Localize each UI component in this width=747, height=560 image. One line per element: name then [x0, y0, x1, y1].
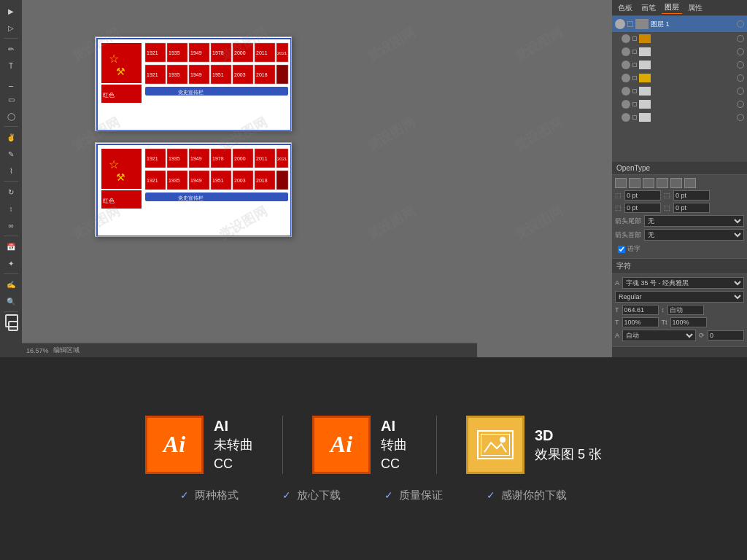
font-style-row: Regular: [615, 291, 744, 303]
svg-text:1921: 1921: [147, 72, 158, 77]
offset-input-3[interactable]: [624, 203, 661, 213]
align-btn-3[interactable]: [643, 178, 654, 188]
offset-input-4[interactable]: [673, 203, 710, 213]
layer-target-5[interactable]: [737, 88, 744, 95]
svg-text:1935: 1935: [169, 72, 180, 77]
document-preview-1[interactable]: ☆ ⚒ 红色 1921 1935 1949 1978 2000: [95, 36, 292, 131]
svg-text:1951: 1951: [212, 178, 224, 183]
align-btn-2[interactable]: [629, 178, 640, 188]
svg-text:2018: 2018: [256, 72, 268, 77]
layer-eye-5[interactable]: [622, 87, 630, 96]
font-kerning-input[interactable]: [670, 317, 707, 327]
arrow-head-select[interactable]: 无: [644, 215, 744, 227]
tab-swatches[interactable]: 色板: [615, 2, 635, 14]
layer-row-main[interactable]: 图层 1: [612, 16, 747, 32]
tool-direct-select[interactable]: ▷: [3, 20, 19, 36]
tool-rotate[interactable]: ↻: [3, 184, 19, 200]
offset-input-2[interactable]: [673, 190, 710, 201]
svg-text:党史宣传栏: 党史宣传栏: [178, 90, 204, 96]
tool-text[interactable]: T: [3, 58, 19, 74]
tool-pen[interactable]: ✏: [3, 41, 19, 57]
align-btn-5[interactable]: [670, 178, 682, 188]
tool-hand[interactable]: ✍: [3, 276, 19, 292]
offset-input-1[interactable]: [624, 190, 661, 201]
align-checkbox-row: 语字: [615, 243, 744, 255]
layer-eye-2[interactable]: [622, 47, 630, 56]
layer-visibility-icon[interactable]: [615, 19, 625, 29]
layer-arrow-7: [632, 115, 637, 120]
svg-text:☆: ☆: [109, 52, 119, 65]
tool-select[interactable]: ▶: [3, 3, 19, 19]
tool-eraser[interactable]: ⌇: [3, 163, 19, 179]
tool-magic-wand[interactable]: ✦: [3, 255, 19, 271]
layer-arrow-4: [632, 76, 637, 80]
layer-eye-1[interactable]: [622, 34, 630, 43]
tool-eyedropper[interactable]: 📅: [3, 238, 19, 254]
tool-zoom[interactable]: 🔍: [3, 293, 19, 309]
tab-brushes[interactable]: 画笔: [638, 2, 659, 14]
layer-thumb-2: [639, 47, 651, 56]
layer-arrow-1: [632, 36, 637, 41]
layer-target-icon[interactable]: [737, 20, 744, 28]
svg-text:2003: 2003: [234, 178, 246, 183]
font-leading-input[interactable]: [667, 305, 704, 315]
layer-eye-4[interactable]: [622, 74, 630, 82]
zoom-level: 16.57%: [26, 347, 49, 354]
font-name-select[interactable]: 字魂 35 号 - 经典雅黑: [622, 277, 744, 289]
font-style-select[interactable]: Regular: [615, 291, 744, 303]
layer-arrow-icon: [627, 21, 633, 27]
tool-color-stroke[interactable]: [8, 321, 18, 331]
svg-text:2018: 2018: [256, 178, 268, 183]
align-checkbox[interactable]: [618, 246, 625, 253]
font-rotate-input[interactable]: [708, 330, 744, 341]
align-btn-4[interactable]: [657, 178, 668, 188]
tool-rect[interactable]: ▭: [3, 91, 19, 107]
footer-item-4: ✓ 感谢你的下载: [487, 489, 567, 502]
ai-icon-1-text: Ai: [163, 431, 185, 458]
tab-attributes[interactable]: 属性: [685, 2, 705, 14]
font-baseline-select[interactable]: 自动: [622, 330, 696, 341]
watermark-text: 觉设图网: [304, 148, 476, 299]
svg-text:2021: 2021: [277, 51, 287, 55]
align-btn-1[interactable]: [615, 178, 627, 188]
tool-pencil[interactable]: ✎: [3, 146, 19, 162]
layer-target-3[interactable]: [737, 61, 744, 69]
layer-row-1[interactable]: [612, 32, 747, 45]
3d-label: 3D 效果图 5 张: [535, 425, 602, 464]
layer-row-3[interactable]: [612, 58, 747, 71]
layer-eye-6[interactable]: [622, 100, 630, 109]
layer-eye-3[interactable]: [622, 61, 630, 69]
svg-text:1978: 1978: [212, 156, 224, 161]
arrow-tail-select[interactable]: 无: [644, 229, 744, 241]
svg-rect-33: [276, 65, 288, 84]
tab-layers[interactable]: 图层: [662, 1, 682, 14]
svg-text:1949: 1949: [190, 156, 202, 161]
tool-blend[interactable]: ∞: [3, 217, 19, 233]
check-icon-1: ✓: [180, 489, 189, 501]
tool-paintbrush[interactable]: ✌: [3, 129, 19, 145]
tool-ellipse[interactable]: ◯: [3, 108, 19, 124]
document-preview-2[interactable]: ☆ ⚒ 红色 1921 1935 1949 1978 2000 2011: [95, 142, 292, 237]
layer-name: 图层 1: [651, 20, 735, 29]
layer-eye-7[interactable]: [622, 113, 630, 122]
tool-scale[interactable]: ↕: [3, 201, 19, 217]
align-btn-6[interactable]: [684, 178, 696, 188]
layer-target-2[interactable]: [737, 48, 744, 55]
opentype-content: ⬚ ⬚ ⬚ ⬚ 箭头尾部 无: [612, 175, 747, 258]
layer-row-2[interactable]: [612, 45, 747, 58]
offset-icon-3: ⬚: [615, 204, 622, 211]
layer-row-5[interactable]: [612, 85, 747, 98]
tool-line[interactable]: ⎯: [3, 74, 19, 90]
font-tracking-input[interactable]: [622, 317, 659, 327]
layer-row-7[interactable]: [612, 111, 747, 124]
font-size-input[interactable]: [622, 305, 659, 315]
layer-row-6[interactable]: [612, 98, 747, 111]
opentype-header: OpenType: [612, 162, 747, 175]
feature-ai-transformed: Ai AI 转曲 CC: [312, 416, 407, 474]
layer-target-4[interactable]: [737, 74, 744, 82]
layer-row-4[interactable]: [612, 71, 747, 85]
ai-sub-2-line1: 转曲: [381, 436, 407, 454]
layer-target-7[interactable]: [737, 114, 744, 121]
layer-target-1[interactable]: [737, 35, 744, 42]
layer-target-6[interactable]: [737, 101, 744, 108]
